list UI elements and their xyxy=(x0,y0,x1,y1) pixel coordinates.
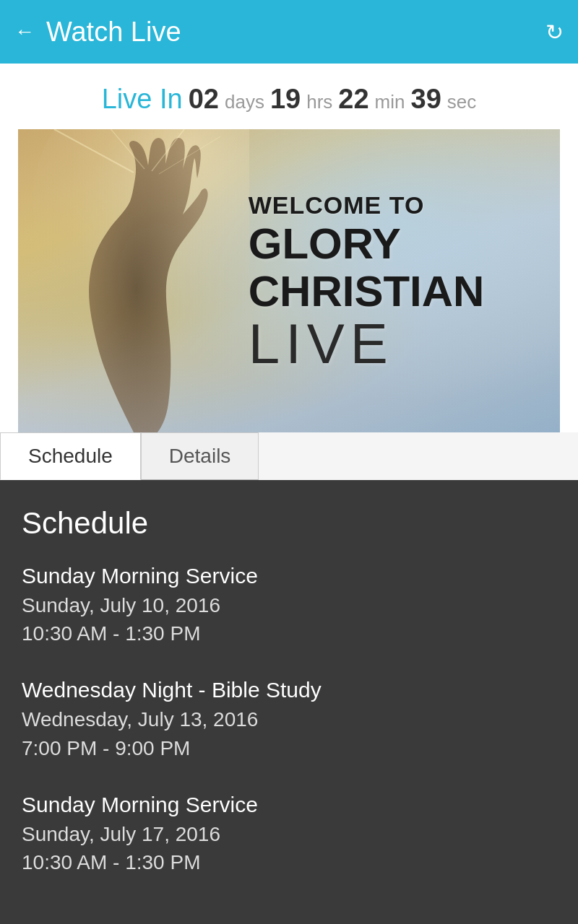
tab-details[interactable]: Details xyxy=(141,432,259,480)
schedule-title: Schedule xyxy=(22,506,556,541)
schedule-item-1-date: Sunday, July 10, 2016 xyxy=(22,591,556,619)
schedule-item-3-date: Sunday, July 17, 2016 xyxy=(22,820,556,848)
banner-line1: WELCOME TO xyxy=(249,191,519,220)
schedule-panel: Schedule Sunday Morning Service Sunday, … xyxy=(0,480,578,924)
refresh-button[interactable]: ↻ xyxy=(545,19,564,45)
live-in-label: Live In xyxy=(102,84,183,115)
tabs-container: Schedule Details xyxy=(0,432,578,480)
back-button[interactable]: ← xyxy=(14,20,35,43)
countdown-days-value: 02 xyxy=(189,84,219,115)
countdown-section: Live In 02 days 19 hrs 22 min 39 sec xyxy=(0,64,578,129)
schedule-item-3: Sunday Morning Service Sunday, July 17, … xyxy=(22,790,556,876)
tabs-row: Schedule Details xyxy=(0,432,578,480)
schedule-item-3-name: Sunday Morning Service xyxy=(22,790,556,820)
countdown-sec-value: 39 xyxy=(411,84,441,115)
schedule-item-1-name: Sunday Morning Service xyxy=(22,561,556,591)
schedule-item-2-time: 7:00 PM - 9:00 PM xyxy=(22,734,556,762)
tab-schedule[interactable]: Schedule xyxy=(0,432,141,480)
app-header: ← Watch Live ↻ xyxy=(0,0,578,64)
video-banner[interactable]: WELCOME TO GLORY CHRISTIAN LIVE xyxy=(18,129,560,432)
schedule-item-2-date: Wednesday, July 13, 2016 xyxy=(22,705,556,733)
banner-text-overlay: WELCOME TO GLORY CHRISTIAN LIVE xyxy=(249,191,519,372)
header-left: ← Watch Live xyxy=(14,17,181,48)
countdown-row: Live In 02 days 19 hrs 22 min 39 sec xyxy=(14,84,564,115)
countdown-days-unit: days xyxy=(225,91,264,113)
banner-line3: LIVE xyxy=(249,315,519,371)
hand-silhouette xyxy=(18,129,249,432)
schedule-item-2-name: Wednesday Night - Bible Study xyxy=(22,675,556,705)
schedule-item-1: Sunday Morning Service Sunday, July 10, … xyxy=(22,561,556,648)
countdown-hrs-value: 19 xyxy=(270,84,301,115)
schedule-item-1-time: 10:30 AM - 1:30 PM xyxy=(22,619,556,648)
page-title: Watch Live xyxy=(46,17,181,48)
countdown-hrs-unit: hrs xyxy=(306,91,332,113)
countdown-sec-unit: sec xyxy=(447,91,476,113)
countdown-min-unit: min xyxy=(375,91,405,113)
banner-line2: GLORY CHRISTIAN xyxy=(249,219,519,315)
schedule-item-2: Wednesday Night - Bible Study Wednesday,… xyxy=(22,675,556,762)
countdown-min-value: 22 xyxy=(338,84,368,115)
schedule-item-3-time: 10:30 AM - 1:30 PM xyxy=(22,848,556,876)
